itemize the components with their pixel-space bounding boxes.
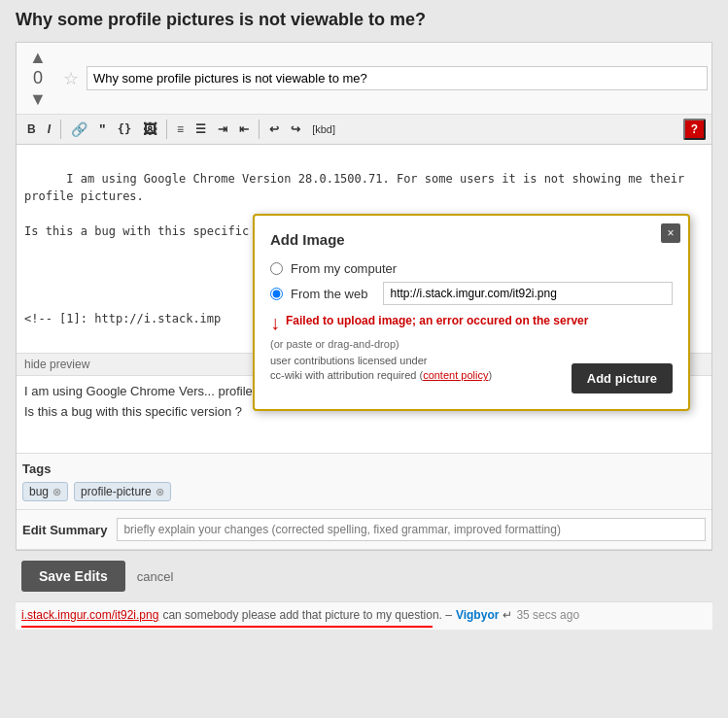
tag-profile-picture-label: profile-picture [81,485,152,498]
modal-close-button[interactable]: × [661,223,680,243]
favorite-button[interactable]: ☆ [63,68,79,89]
add-image-modal: × Add Image From my computer From the we… [253,214,690,411]
radio-from-computer[interactable] [270,262,283,275]
radio-computer-row: From my computer [270,261,673,276]
tag-bug: bug ⊗ [22,482,68,501]
tag-profile-picture-remove[interactable]: ⊗ [156,486,164,498]
page-title: Why some profile pictures is not viewabl… [16,10,712,30]
edit-summary-section: Edit Summary [17,510,711,550]
vote-column: ▲ 0 ▼ [20,49,55,108]
license-line1: user contributions licensed under [270,355,427,366]
title-input[interactable] [87,66,708,90]
blockquote-button[interactable]: " [94,120,111,139]
edit-summary-input[interactable] [117,518,706,541]
comment-time: 35 secs ago [516,608,579,622]
tags-row: bug ⊗ profile-picture ⊗ [22,482,706,501]
error-message: Failed to upload image; an error occured… [286,313,588,329]
bold-button[interactable]: B [22,120,41,138]
arrow-down-icon: ↓ [270,313,280,332]
add-image-modal-overlay: × Add Image From my computer From the we… [253,214,690,411]
title-row: ▲ 0 ▼ ☆ [17,43,711,115]
license-text: user contributions licensed under cc-wik… [270,354,492,384]
image-button[interactable]: 🖼 [138,120,161,139]
page-container: Why some profile pictures is not viewabl… [0,0,728,639]
redo-button[interactable]: ↪ [286,120,305,138]
modal-bottom: user contributions licensed under cc-wik… [270,354,673,393]
license-line2-prefix: cc-wiki with attribution required ( [270,369,423,381]
error-row: ↓ Failed to upload image; an error occur… [270,313,673,332]
editor-toolbar: B I 🔗 " {} 🖼 ≡ ☰ ⇥ ⇤ ↩ ↪ [kbd] ? [17,115,711,145]
comment-middle: can somebody please add that picture to … [162,608,452,622]
italic-button[interactable]: I [43,120,55,138]
add-picture-button[interactable]: Add picture [572,363,673,393]
toolbar-separator-1 [60,120,61,139]
ordered-list-button[interactable]: ≡ [172,120,189,138]
drag-drop-hint: (or paste or drag-and-drop) [270,338,673,350]
tag-bug-remove[interactable]: ⊗ [52,486,61,498]
tags-section: Tags bug ⊗ profile-picture ⊗ [17,454,711,510]
comment-underline-decoration [21,626,433,628]
image-url-input[interactable] [383,282,673,305]
vote-down-button[interactable]: ▼ [29,90,47,108]
unordered-list-button[interactable]: ☰ [191,120,211,138]
toolbar-separator-3 [259,120,260,139]
tags-label: Tags [22,462,706,476]
radio-computer-label[interactable]: From my computer [291,261,397,276]
outdent-button[interactable]: ⇤ [234,120,254,138]
undo-button[interactable]: ↩ [264,120,284,138]
content-policy-link[interactable]: content policy [423,369,488,381]
vote-up-button[interactable]: ▲ [29,49,47,66]
comment-user[interactable]: Vigbyor [456,608,499,622]
comment-link[interactable]: i.stack.imgur.com/it92i.png [21,608,158,622]
modal-title: Add Image [270,231,673,248]
comment-enter-icon: ↵ [503,608,512,622]
comment-text: i.stack.imgur.com/it92i.png can somebody… [21,608,707,622]
tag-profile-picture: profile-picture ⊗ [74,482,171,501]
kbd-button[interactable]: [kbd] [307,121,340,137]
actions-row: Save Edits cancel [16,551,712,601]
radio-from-web[interactable] [270,288,283,300]
save-edits-button[interactable]: Save Edits [21,561,125,592]
tag-bug-label: bug [29,485,49,498]
license-line2-suffix: ) [488,369,492,381]
cancel-link[interactable]: cancel [137,569,174,584]
link-button[interactable]: 🔗 [66,120,92,139]
help-button[interactable]: ? [683,119,706,140]
comment-row: i.stack.imgur.com/it92i.png can somebody… [16,601,712,630]
radio-web-label[interactable]: From the web [291,287,367,301]
edit-summary-label: Edit Summary [22,523,107,537]
radio-web-row: From the web [270,282,673,305]
code-button[interactable]: {} [113,120,136,138]
vote-count: 0 [33,68,43,88]
toolbar-separator-2 [166,120,167,139]
indent-button[interactable]: ⇥ [213,120,232,138]
